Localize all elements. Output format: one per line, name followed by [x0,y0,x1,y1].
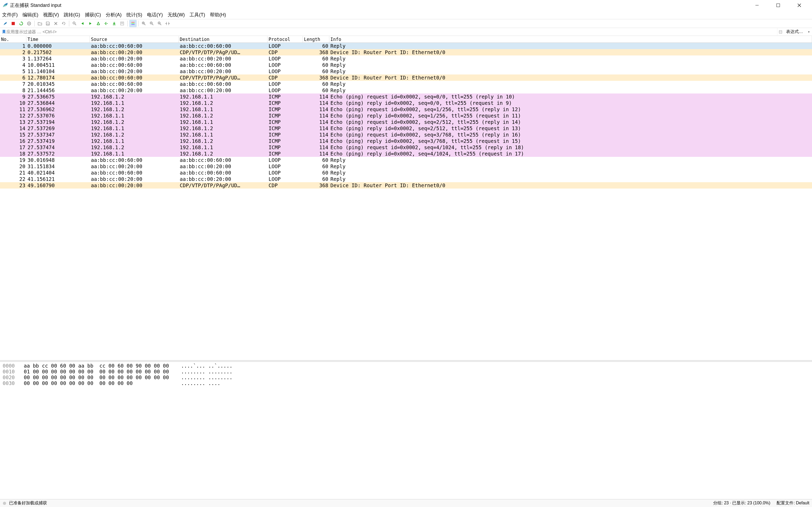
col-protocol[interactable]: Protocol [267,36,303,43]
packet-row[interactable]: 1427.537269192.168.1.1192.168.1.2ICMP114… [0,125,812,131]
packet-row[interactable]: 20.217502aa:bb:cc:00:20:00CDP/VTP/DTP/PA… [0,49,812,55]
packet-row[interactable]: 927.536675192.168.1.2192.168.1.1ICMP114E… [0,94,812,100]
packet-row[interactable]: 1827.537572192.168.1.1192.168.1.2ICMP114… [0,151,812,157]
svg-text:1: 1 [159,22,160,24]
packet-list-header: No. Time Source Destination Protocol Len… [0,36,812,43]
hex-line[interactable]: 0010 01 00 00 00 00 00 00 00 00 00 00 00… [3,369,809,375]
packet-row[interactable]: 10.000000aa:bb:cc:00:60:00aa:bb:cc:00:60… [0,43,812,49]
menubar: 文件(F) 编辑(E) 视图(V) 跳转(G) 捕获(C) 分析(A) 统计(S… [0,11,812,19]
find-packet-icon[interactable] [71,20,78,27]
packet-row[interactable]: 2140.021404aa:bb:cc:00:60:00aa:bb:cc:00:… [0,170,812,176]
packet-row[interactable]: 1127.536962192.168.1.2192.168.1.1ICMP114… [0,106,812,112]
menu-file[interactable]: 文件(F) [2,12,18,18]
menu-wireless[interactable]: 无线(W) [167,12,185,18]
menu-view[interactable]: 视图(V) [43,12,59,18]
svg-line-29 [160,24,161,25]
svg-rect-1 [776,4,780,7]
menu-stats[interactable]: 统计(S) [126,12,142,18]
col-destination[interactable]: Destination [179,36,267,43]
expert-info-icon[interactable] [3,501,6,505]
svg-line-26 [152,24,153,25]
svg-line-11 [75,24,76,25]
packet-row[interactable]: 2241.156121aa:bb:cc:00:20:00aa:bb:cc:00:… [0,176,812,182]
go-previous-icon[interactable] [79,20,86,27]
svg-rect-17 [132,22,135,23]
col-info[interactable]: Info [329,36,812,43]
resize-columns-icon[interactable] [164,20,171,27]
packet-row[interactable]: 821.144456aa:bb:cc:00:20:00aa:bb:cc:00:2… [0,87,812,94]
go-next-icon[interactable] [87,20,94,27]
col-length[interactable]: Length [303,36,329,43]
packet-list[interactable]: 10.000000aa:bb:cc:00:60:00aa:bb:cc:00:60… [0,43,812,360]
svg-rect-19 [132,24,135,25]
hex-line[interactable]: 0000 aa bb cc 00 60 00 aa bb cc 00 60 00… [3,363,809,369]
capture-options-icon[interactable] [26,20,33,27]
packet-row[interactable]: 2031.151834aa:bb:cc:00:20:00aa:bb:cc:00:… [0,163,812,170]
maximize-button[interactable] [768,0,789,11]
svg-point-10 [73,22,75,24]
menu-analyze[interactable]: 分析(A) [106,12,121,18]
svg-rect-4 [12,22,15,25]
zoom-out-icon[interactable] [148,20,155,27]
svg-line-23 [144,24,145,25]
col-source[interactable]: Source [90,36,179,43]
menu-capture[interactable]: 捕获(C) [85,12,101,18]
menu-edit[interactable]: 编辑(E) [22,12,38,18]
status-packets: 分组: 23 · 已显示: 23 (100.0%) [713,500,770,506]
display-filter-input[interactable] [0,28,777,36]
go-first-icon[interactable] [103,20,110,27]
packet-row[interactable]: 31.137264aa:bb:cc:00:20:00aa:bb:cc:00:20… [0,55,812,62]
auto-scroll-icon[interactable] [118,20,126,27]
bookmark-icon[interactable] [2,30,6,34]
packet-row[interactable]: 1527.537347192.168.1.2192.168.1.1ICMP114… [0,131,812,138]
go-jump-icon[interactable] [95,20,102,27]
packet-row[interactable]: 410.004511aa:bb:cc:00:60:00aa:bb:cc:00:6… [0,62,812,68]
menu-go[interactable]: 跳转(G) [64,12,80,18]
statusbar: 已准备好加载或捕获 分组: 23 · 已显示: 23 (100.0%) 配置文件… [0,499,812,507]
start-capture-icon[interactable] [2,20,9,27]
colorize-icon[interactable] [129,20,137,27]
hex-line[interactable]: 0020 00 00 00 00 00 00 00 00 00 00 00 00… [3,375,809,380]
packet-row[interactable]: 1727.537474192.168.1.2192.168.1.1ICMP114… [0,144,812,151]
save-file-icon[interactable] [44,20,52,27]
packet-row[interactable]: 1627.537419192.168.1.1192.168.1.2ICMP114… [0,138,812,144]
packet-row[interactable]: 1027.536844192.168.1.1192.168.1.2ICMP114… [0,100,812,106]
packet-row[interactable]: 2349.160790aa:bb:cc:00:20:00CDP/VTP/DTP/… [0,182,812,188]
filter-bar: 表达式… + [0,28,812,36]
open-file-icon[interactable] [36,20,44,27]
hex-pane[interactable]: 0000 aa bb cc 00 60 00 aa bb cc 00 60 00… [0,362,812,499]
add-filter-button[interactable]: + [806,30,812,34]
svg-point-6 [29,23,30,24]
status-profile[interactable]: 配置文件: Default [776,500,809,506]
col-time[interactable]: Time [27,36,90,43]
toolbar: 1 [0,19,812,28]
close-file-icon[interactable] [52,20,59,27]
packet-row[interactable]: 1327.537194192.168.1.2192.168.1.1ICMP114… [0,119,812,125]
minimize-button[interactable] [747,0,768,11]
close-button[interactable] [789,0,810,11]
stop-capture-icon[interactable] [9,20,17,27]
hex-line[interactable]: 0030 00 00 00 00 00 00 00 00 00 00 00 00… [3,380,809,386]
menu-telephony[interactable]: 电话(Y) [147,12,163,18]
svg-rect-32 [779,31,782,33]
packet-row[interactable]: 720.010345aa:bb:cc:00:60:00aa:bb:cc:00:6… [0,81,812,87]
status-ready: 已准备好加载或捕获 [9,500,47,506]
packet-row[interactable]: 1930.016948aa:bb:cc:00:60:00aa:bb:cc:00:… [0,157,812,163]
window-title: 正在捕获 Standard input [10,2,61,8]
go-last-icon[interactable] [110,20,118,27]
zoom-reset-icon[interactable]: 1 [156,20,163,27]
zoom-in-icon[interactable] [140,20,148,27]
restart-capture-icon[interactable] [17,20,25,27]
expression-button[interactable]: 表达式… [783,29,806,35]
col-no[interactable]: No. [0,36,27,43]
filter-dropdown-icon[interactable] [777,28,783,36]
svg-point-33 [3,502,6,505]
menu-help[interactable]: 帮助(H) [210,12,226,18]
app-icon [2,2,8,8]
menu-tools[interactable]: 工具(T) [190,12,205,18]
packet-row[interactable]: 612.780174aa:bb:cc:00:60:00CDP/VTP/DTP/P… [0,74,812,81]
packet-row[interactable]: 511.140104aa:bb:cc:00:20:00aa:bb:cc:00:2… [0,68,812,74]
reload-icon[interactable] [60,20,67,27]
packet-row[interactable]: 1227.537076192.168.1.1192.168.1.2ICMP114… [0,112,812,119]
titlebar: 正在捕获 Standard input [0,0,812,11]
